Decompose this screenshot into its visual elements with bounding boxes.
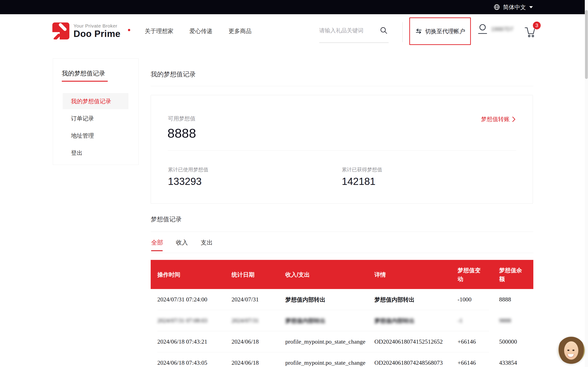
cell-date: 2024/06/18: [225, 331, 279, 352]
cell-balance: 433854: [493, 352, 533, 367]
sidebar: 我的梦想值记录 我的梦想值记录订单记录地址管理登出: [53, 58, 139, 165]
cell-time: 2024/06/18 07:43:05: [151, 352, 225, 367]
divider: [151, 86, 533, 86]
table-header-cell: 梦想值余额: [493, 260, 533, 289]
cell-detail: 梦想值内部转出: [368, 289, 451, 310]
cell-date: 2024/07/31: [225, 310, 279, 331]
cell-change: +66146: [451, 331, 493, 352]
earned-points-stat: 累计已获得梦想值 142181: [342, 166, 382, 186]
table-row: 2024/07/31 07:24:002024/07/31梦想值内部转出梦想值内…: [151, 289, 533, 310]
tab-2[interactable]: 支出: [201, 239, 213, 251]
brand-name: Doo Prime: [73, 29, 121, 39]
table-row: 2024/06/18 07:43:212024/06/18profile_myp…: [151, 331, 533, 352]
table-header-cell: 详情: [368, 260, 451, 289]
cell-type: profile_mypoint.po_state_change: [279, 352, 368, 367]
tabs-divider: [151, 253, 533, 253]
cell-balance: 8888: [493, 289, 533, 310]
sidebar-title: 我的梦想值记录: [62, 69, 138, 77]
earned-points-value: 142181: [342, 176, 382, 186]
chat-avatar-widget[interactable]: [558, 337, 585, 364]
chevron-right-icon: [512, 116, 516, 122]
cell-change: -1: [451, 310, 493, 331]
table-row: 2024/07/31 07:08:032024/07/31梦想值内部转出梦想值内…: [151, 310, 533, 331]
table-header-cell: 梦想值变动: [451, 260, 493, 289]
card-divider: [168, 150, 516, 151]
available-points-value: 8888: [167, 127, 196, 140]
sidebar-item-3[interactable]: 登出: [63, 145, 128, 161]
used-points-value: 133293: [168, 176, 208, 186]
cell-time: 2024/07/31 07:08:03: [151, 310, 225, 331]
used-points-label: 累计已使用梦想值: [168, 166, 208, 173]
cell-date: 2024/07/31: [225, 289, 279, 310]
main-content: 我的梦想值记录 可用梦想值 8888 梦想值转账 累计已使用梦想值 133293…: [151, 0, 533, 367]
brand-tagline: Your Private Broker: [73, 23, 121, 29]
table-header: 操作时间统计日期收入/支出详情梦想值变动梦想值余额: [151, 260, 533, 289]
cell-type: profile_mypoint.po_state_change: [279, 331, 368, 352]
sidebar-item-0[interactable]: 我的梦想值记录: [63, 93, 128, 109]
brand-logo[interactable]: Your Private Broker Doo Prime: [52, 23, 121, 40]
scrollbar-thumb[interactable]: [585, 10, 588, 79]
cell-detail: OD20240618074152512652: [368, 331, 451, 352]
table-body: 2024/07/31 07:24:002024/07/31梦想值内部转出梦想值内…: [151, 289, 533, 367]
cell-time: 2024/07/31 07:24:00: [151, 289, 225, 310]
sidebar-title-underline: [62, 81, 108, 82]
sidebar-item-2[interactable]: 地址管理: [63, 127, 128, 144]
cell-balance: 500000: [493, 331, 533, 352]
earned-points-label: 累计已获得梦想值: [342, 166, 382, 173]
cell-type: 梦想值内部转出: [279, 289, 368, 310]
page-title: 我的梦想值记录: [151, 70, 196, 79]
table-row: 2024/06/18 07:43:052024/06/18profile_myp…: [151, 352, 533, 367]
points-card: 可用梦想值 8888 梦想值转账 累计已使用梦想值 133293 累计已获得梦想…: [151, 95, 533, 204]
cart-count-badge: 3: [533, 22, 541, 29]
cell-change: -1000: [451, 289, 493, 310]
sidebar-menu: 我的梦想值记录订单记录地址管理登出: [53, 93, 138, 161]
logo-mark-icon: [52, 23, 69, 40]
cell-date: 2024/06/18: [225, 352, 279, 367]
points-transfer-link[interactable]: 梦想值转账: [481, 115, 516, 123]
cell-type: 梦想值内部转出: [279, 310, 368, 331]
tab-1[interactable]: 收入: [176, 239, 188, 251]
divider: [151, 232, 533, 232]
table-header-cell: 操作时间: [151, 260, 225, 289]
points-transfer-label: 梦想值转账: [481, 115, 510, 123]
brand-dot: [128, 29, 130, 31]
table-header-cell: 统计日期: [225, 260, 279, 289]
records-section-title: 梦想值记录: [151, 215, 182, 223]
available-points-label: 可用梦想值: [168, 115, 195, 122]
tab-0[interactable]: 全部: [151, 239, 163, 251]
records-tabs: 全部收入支出: [151, 239, 213, 251]
cell-time: 2024/06/18 07:43:21: [151, 331, 225, 352]
cell-detail: 梦想值内部转出: [368, 310, 451, 331]
table-header-cell: 收入/支出: [279, 260, 368, 289]
cell-detail: OD20240618074248568073: [368, 352, 451, 367]
used-points-stat: 累计已使用梦想值 133293: [168, 166, 208, 186]
cell-balance: 9888: [493, 310, 533, 331]
page: 简体中文 Your Private Broker Doo Prime 关于理想家…: [0, 0, 588, 367]
sidebar-item-1[interactable]: 订单记录: [63, 110, 128, 126]
cell-change: +66146: [451, 352, 493, 367]
logo-text: Your Private Broker Doo Prime: [73, 23, 121, 39]
